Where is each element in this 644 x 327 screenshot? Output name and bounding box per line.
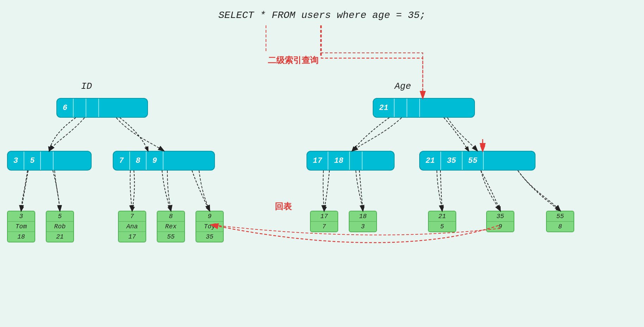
id-right-child-node: 7 8 9 (113, 151, 215, 171)
id-cell-8: 8 (130, 152, 147, 170)
id-cell-5: 5 (24, 152, 41, 170)
age-tree-label: Age (395, 81, 411, 92)
age-left-to-leaf18 (359, 171, 363, 211)
id-right-to-leaf9 (192, 171, 210, 211)
return-table-label: 回表 (275, 201, 292, 212)
age-right-child-node: 21 35 55 (419, 151, 535, 171)
leaf-id-3: 3 (8, 211, 35, 222)
leaf-id-9: 9 (196, 211, 223, 222)
age-left-to-leaf17 (324, 171, 329, 211)
leaf-id-8: 8 (157, 211, 184, 222)
age-cell-17: 17 (307, 152, 328, 170)
sql-query: SELECT * FROM users where age = 35; (218, 10, 426, 21)
leaf-name-rob: Rob (47, 222, 73, 232)
age-leaf-17: 17 (311, 211, 338, 222)
age-leaf-21: 21 (429, 211, 456, 222)
age-root-to-left (352, 118, 389, 151)
leaf-name-ana: Ana (119, 222, 145, 232)
age-ref-8: 8 (547, 222, 574, 232)
id-root-to-left (49, 118, 76, 151)
id-left-to-leaf5 (53, 171, 60, 211)
leaf-name-tom: Tom (8, 222, 35, 232)
age-cell-55: 55 (463, 152, 484, 170)
age-right-to-leaf21 (440, 171, 442, 211)
age-ref-3: 3 (349, 222, 376, 232)
age-leaf-21-5: 21 5 (428, 211, 456, 232)
leaf-id-7: 7 (119, 211, 145, 222)
age-leaf-35: 35 (487, 211, 514, 222)
id-right-to-leaf8 (162, 171, 171, 211)
id-left-to-leaf3 (21, 171, 28, 211)
age-leaf-55: 55 (547, 211, 574, 222)
id-right-to-leaf7 (132, 171, 135, 211)
age-ref-7: 7 (311, 222, 338, 232)
age-right-to-leaf35 (481, 171, 500, 211)
leaf-node-8-rex: 8 Rex 55 (157, 211, 185, 242)
id-tree-label: ID (81, 81, 92, 92)
age-leaf-17-7: 17 7 (310, 211, 338, 232)
age-root-node: 21 (373, 98, 475, 118)
id-cell-9: 9 (147, 152, 163, 170)
id-cell-3: 3 (8, 152, 24, 170)
age-root-to-right (444, 118, 469, 151)
leaf-name-rex: Rex (157, 222, 184, 232)
age-cell-21r: 21 (420, 152, 441, 170)
age-left-child-node: 17 18 (306, 151, 395, 171)
leaf-age-55: 55 (157, 232, 184, 242)
id-root-node: 6 (56, 98, 148, 118)
leaf-id-5: 5 (47, 211, 73, 222)
leaf-age-21: 21 (47, 232, 73, 242)
age-leaf-18: 18 (349, 211, 376, 222)
leaf-node-5-rob: 5 Rob 21 (46, 211, 74, 242)
leaf-node-3-tom: 3 Tom 18 (7, 211, 35, 242)
id-root-cell-6: 6 (57, 99, 74, 117)
leaf-name-toy: Toy (196, 222, 223, 232)
age-leaf-35-9: 35 9 (486, 211, 514, 232)
age-cell-35: 35 (441, 152, 462, 170)
age-ref-9: 9 (487, 222, 514, 232)
age-ref-5: 5 (429, 222, 456, 232)
leaf-node-7-ana: 7 Ana 17 (118, 211, 146, 242)
secondary-index-label: 二级索引查询 (268, 55, 318, 66)
id-root-to-right (120, 118, 148, 151)
leaf-age-17: 17 (119, 232, 145, 242)
leaf-node-9-toy: 9 Toy 35 (196, 211, 224, 242)
leaf-age-35: 35 (196, 232, 223, 242)
id-cell-7: 7 (113, 152, 130, 170)
age-leaf-55-8: 55 8 (546, 211, 574, 232)
age-root-cell-21: 21 (373, 99, 395, 117)
leaf-age-18: 18 (8, 232, 35, 242)
age-right-to-leaf55 (518, 171, 560, 211)
age-cell-18: 18 (328, 152, 349, 170)
id-left-child-node: 3 5 (7, 151, 92, 171)
age-leaf-18-3: 18 3 (349, 211, 377, 232)
